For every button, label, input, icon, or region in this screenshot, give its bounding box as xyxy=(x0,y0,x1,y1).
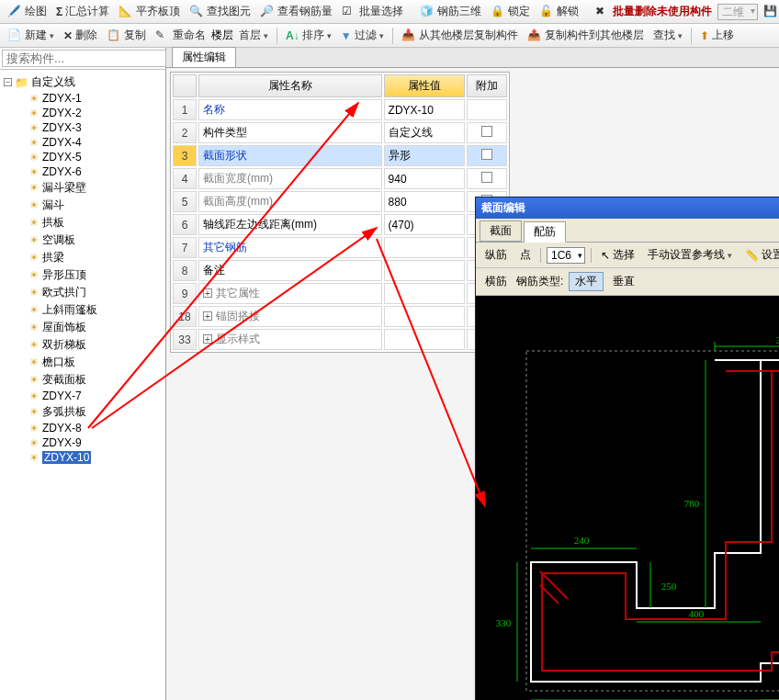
tree-item[interactable]: ☀变截面板 xyxy=(2,371,164,389)
manual-refline-button[interactable]: 手动设置参考线 xyxy=(644,246,736,264)
copy-to-floor-button[interactable]: 📤复制构件到其他楼层 xyxy=(524,26,648,45)
sort-button[interactable]: A↓ 排序 xyxy=(282,26,335,45)
tree-root[interactable]: − 📁 自定义线 xyxy=(2,73,164,91)
property-row[interactable]: 18+锚固搭接 xyxy=(173,306,507,327)
checkbox[interactable] xyxy=(481,149,492,160)
tree-item-label: ZDYX-4 xyxy=(42,136,82,149)
gear-icon: ☀ xyxy=(29,252,39,264)
rename-button[interactable]: ✎重命名 xyxy=(152,26,209,45)
draw-button[interactable]: 🖊️绘图 xyxy=(4,2,51,21)
tree-item[interactable]: ☀拱梁 xyxy=(2,249,164,266)
gear-icon: ☀ xyxy=(29,339,39,351)
tree-item[interactable]: ☀多弧拱板 xyxy=(2,403,164,421)
unlock-button[interactable]: 🔓解锁 xyxy=(536,2,582,21)
tree-item[interactable]: ☀檐口板 xyxy=(2,354,164,371)
section-toolbar-1: 纵筋 点 1C6 ↖ 选择 手动设置参考线 📏 设置标高 💡 显示标注 删除 xyxy=(476,243,779,268)
tree-item[interactable]: ☀空调板 xyxy=(2,231,164,249)
set-gauge-button[interactable]: 📏 设置标高 xyxy=(741,246,779,264)
tree-item-label: 异形压顶 xyxy=(42,267,86,283)
collapse-icon[interactable]: − xyxy=(4,78,12,86)
tree-item[interactable]: ☀ZDYX-3 xyxy=(2,120,164,135)
tree-item[interactable]: ☀拱板 xyxy=(2,214,164,231)
new-button[interactable]: 📄新建 xyxy=(4,26,58,45)
lock-button[interactable]: 🔒锁定 xyxy=(487,2,534,21)
tree-item[interactable]: ☀ZDYX-5 xyxy=(2,150,164,164)
backup-button[interactable]: 💾备 xyxy=(760,2,779,21)
rebar-3d-button[interactable]: 🧊钢筋三维 xyxy=(416,2,485,21)
filter-button[interactable]: ▼ 过滤 xyxy=(337,26,388,45)
property-row[interactable]: 1名称ZDYX-10 xyxy=(173,99,507,120)
checkbox[interactable] xyxy=(481,126,492,137)
tree-item[interactable]: ☀ZDYX-1 xyxy=(2,91,164,106)
gear-icon: ☀ xyxy=(29,406,39,418)
copy-button[interactable]: 📋复制 xyxy=(103,26,150,45)
select-button[interactable]: ↖ 选择 xyxy=(597,246,638,264)
tree-item-label: 多弧拱板 xyxy=(42,404,86,420)
tree-item[interactable]: ☀漏斗梁壁 xyxy=(2,179,164,197)
delete-button[interactable]: ✕ 删除 xyxy=(60,26,101,45)
content-area: 属性编辑 属性名称 属性值 附加 1名称ZDYX-102构件类型自定义线3截面形… xyxy=(166,48,779,700)
property-row[interactable]: 9+其它属性 xyxy=(173,283,507,304)
section-toolbar-2: 横筋 钢筋类型: 水平 垂直 xyxy=(476,268,779,296)
floor-select[interactable]: 首层 xyxy=(235,26,272,45)
tree-item[interactable]: ☀ZDYX-7 xyxy=(2,389,164,403)
tree-item[interactable]: ☀双折梯板 xyxy=(2,336,164,354)
horizontal-button[interactable]: 水平 xyxy=(569,272,604,291)
tree-item[interactable]: ☀ZDYX-9 xyxy=(2,435,164,450)
tab-rebar[interactable]: 配筋 xyxy=(524,221,566,243)
tree-item-label: 双折梯板 xyxy=(42,337,86,353)
tree-item[interactable]: ☀ZDYX-8 xyxy=(2,421,164,435)
tab-section[interactable]: 截面 xyxy=(480,220,522,242)
point-button[interactable]: 点 xyxy=(516,246,535,264)
toolbar-main: 🖊️绘图 Σ 汇总计算 📐平齐板顶 🔍查找图元 🔎查看钢筋量 ☑批量选择 🧊钢筋… xyxy=(0,0,779,24)
property-row[interactable]: 3截面形状异形 xyxy=(173,145,507,166)
rebar-spec-combo[interactable]: 1C6 xyxy=(547,247,585,264)
property-row[interactable]: 8备注 xyxy=(173,260,507,281)
gear-icon: ☀ xyxy=(29,107,39,119)
tree-item-label: 漏斗梁壁 xyxy=(42,180,86,196)
flat-slab-button[interactable]: 📐平齐板顶 xyxy=(115,2,184,21)
tree-item[interactable]: ☀屋面饰板 xyxy=(2,319,164,336)
property-row[interactable]: 5截面高度(mm)880 xyxy=(173,191,507,212)
section-tabs: 截面 配筋 xyxy=(476,219,779,243)
property-row[interactable]: 4截面宽度(mm)940 xyxy=(173,168,507,189)
property-table: 属性名称 属性值 附加 1名称ZDYX-102构件类型自定义线3截面形状异形4截… xyxy=(170,72,510,353)
transverse-button[interactable]: 横筋 xyxy=(481,273,511,290)
view-rebar-button[interactable]: 🔎查看钢筋量 xyxy=(256,2,336,21)
tree-item[interactable]: ☀漏斗 xyxy=(2,197,164,214)
tree-item[interactable]: ☀ZDYX-2 xyxy=(2,106,164,120)
tree-item[interactable]: ☀ZDYX-10 xyxy=(2,450,164,465)
find-button[interactable]: 查找 xyxy=(649,26,686,45)
tree-item[interactable]: ☀上斜雨篷板 xyxy=(2,301,164,319)
tree-item-label: 檐口板 xyxy=(42,355,75,370)
property-row[interactable]: 6轴线距左边线距离(mm)(470) xyxy=(173,214,507,235)
tree-item[interactable]: ☀ZDYX-6 xyxy=(2,164,164,179)
section-canvas[interactable]: 主部纵筋 找截面 300 xyxy=(476,296,779,700)
property-row[interactable]: 2构件类型自定义线 xyxy=(173,122,507,143)
tree-item-label: 上斜雨篷板 xyxy=(42,302,97,318)
find-elem-button[interactable]: 🔍查找图元 xyxy=(186,2,254,21)
search-input[interactable] xyxy=(2,50,166,67)
tree-item[interactable]: ☀ZDYX-4 xyxy=(2,135,164,150)
batch-select-button[interactable]: ☑批量选择 xyxy=(338,2,407,21)
property-row[interactable]: 7其它钢筋 xyxy=(173,237,507,258)
gear-icon: ☀ xyxy=(29,234,39,246)
checkbox[interactable] xyxy=(481,172,492,183)
tab-properties[interactable]: 属性编辑 xyxy=(172,47,236,67)
tree-item-label: ZDYX-10 xyxy=(42,451,91,464)
copy-from-floor-button[interactable]: 📥从其他楼层复制构件 xyxy=(398,26,522,45)
move-up-button[interactable]: ⬆ 上移 xyxy=(696,26,738,45)
gear-icon: ☀ xyxy=(29,137,39,149)
view-mode-combo[interactable]: 二维 xyxy=(717,4,758,20)
gear-icon: ☀ xyxy=(29,423,39,435)
component-tree[interactable]: − 📁 自定义线 ☀ZDYX-1☀ZDYX-2☀ZDYX-3☀ZDYX-4☀ZD… xyxy=(0,70,165,700)
batch-delete-unused-button[interactable]: ✖批量删除未使用构件 xyxy=(592,2,716,21)
tab-strip: 属性编辑 xyxy=(166,48,779,68)
longitudinal-button[interactable]: 纵筋 xyxy=(481,246,511,264)
tree-item[interactable]: ☀异形压顶 xyxy=(2,266,164,284)
vertical-button[interactable]: 垂直 xyxy=(609,273,638,290)
tree-item[interactable]: ☀欧式拱门 xyxy=(2,284,164,301)
sum-calc-button[interactable]: Σ 汇总计算 xyxy=(52,2,113,21)
rebar-type-label: 钢筋类型: xyxy=(516,274,563,289)
property-row[interactable]: 33+显示样式 xyxy=(173,329,507,350)
